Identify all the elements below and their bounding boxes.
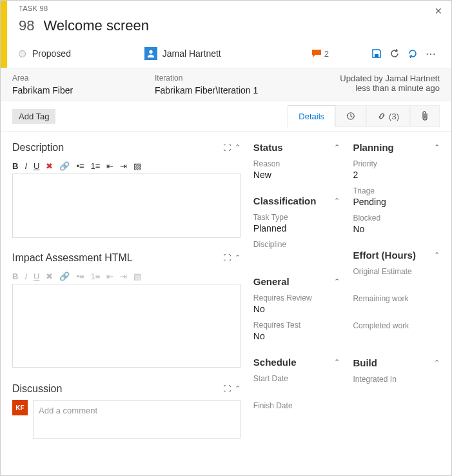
classification-heading: Classification bbox=[253, 195, 317, 206]
italic-icon: I bbox=[25, 272, 27, 281]
collapse-icon[interactable]: ⌃ bbox=[235, 384, 241, 393]
collapse-icon[interactable]: ⌃ bbox=[434, 359, 440, 367]
collapse-icon[interactable]: ⌃ bbox=[434, 251, 440, 259]
impact-heading: Impact Assessment HTML bbox=[12, 252, 223, 264]
state-dot-icon bbox=[19, 50, 26, 57]
discipline-value[interactable] bbox=[253, 250, 340, 261]
link-icon: 🔗 bbox=[59, 272, 70, 281]
blocked-label: Blocked bbox=[353, 213, 440, 223]
refresh-button[interactable] bbox=[386, 45, 404, 63]
start-date-value[interactable] bbox=[253, 384, 340, 395]
requires-test-label: Requires Test bbox=[253, 321, 340, 330]
reason-label: Reason bbox=[253, 159, 340, 168]
add-tag-button[interactable]: Add Tag bbox=[12, 109, 55, 124]
underline-icon[interactable]: U bbox=[34, 161, 39, 171]
save-button[interactable] bbox=[368, 45, 386, 63]
link-icon[interactable]: 🔗 bbox=[59, 161, 70, 171]
bold-icon[interactable]: B bbox=[12, 161, 18, 171]
svg-rect-1 bbox=[375, 54, 378, 57]
remaining-work-label: Remaining work bbox=[353, 294, 440, 303]
italic-icon[interactable]: I bbox=[25, 161, 27, 171]
bullets-icon: •≡ bbox=[76, 272, 84, 281]
updated-by: Updated by Jamal Hartnett bbox=[297, 74, 440, 83]
numbers-icon[interactable]: 1≡ bbox=[91, 161, 101, 171]
priority-label: Priority bbox=[353, 159, 440, 168]
requires-review-value[interactable]: No bbox=[253, 304, 340, 314]
close-icon[interactable]: ✕ bbox=[435, 6, 442, 16]
task-type-label: TASK 98 bbox=[19, 5, 440, 12]
status-heading: Status bbox=[253, 142, 283, 153]
task-title[interactable]: Welcome screen bbox=[43, 17, 148, 34]
build-heading: Build bbox=[353, 357, 377, 368]
more-actions-button[interactable]: ⋯ bbox=[422, 45, 440, 63]
priority-value[interactable]: 2 bbox=[353, 170, 440, 180]
finish-date-label: Finish Date bbox=[253, 401, 340, 410]
iteration-label: Iteration bbox=[155, 74, 297, 83]
collapse-icon[interactable]: ⌃ bbox=[235, 253, 241, 263]
fullscreen-icon[interactable]: ⛶ bbox=[223, 384, 231, 393]
bullets-icon[interactable]: •≡ bbox=[76, 161, 84, 171]
completed-work-label: Completed work bbox=[353, 321, 440, 330]
description-toolbar: B I U ✖ 🔗 •≡ 1≡ ⇤ ⇥ ▨ bbox=[12, 159, 241, 174]
impact-input[interactable] bbox=[12, 284, 241, 368]
requires-review-label: Requires Review bbox=[253, 293, 340, 302]
underline-icon: U bbox=[34, 272, 39, 281]
completed-work-value[interactable] bbox=[353, 332, 440, 342]
tab-links[interactable]: (3) bbox=[366, 105, 410, 127]
tasktype-value[interactable]: Planned bbox=[253, 223, 340, 233]
requires-test-value[interactable]: No bbox=[253, 331, 340, 341]
collapse-icon[interactable]: ⌃ bbox=[334, 143, 340, 152]
assignee-name: Jamal Hartnett bbox=[162, 48, 221, 59]
integrated-in-label: Integrated In bbox=[353, 375, 440, 384]
collapse-icon[interactable]: ⌃ bbox=[334, 197, 340, 205]
collapse-icon[interactable]: ⌃ bbox=[334, 277, 340, 286]
start-date-label: Start Date bbox=[253, 374, 340, 383]
comment-input[interactable]: Add a comment bbox=[33, 400, 241, 439]
accent-bar bbox=[1, 1, 7, 68]
outdent-icon: ⇤ bbox=[106, 272, 113, 281]
general-heading: General bbox=[253, 276, 290, 287]
indent-icon: ⇥ bbox=[120, 272, 127, 281]
triage-label: Triage bbox=[353, 186, 440, 195]
numbers-icon: 1≡ bbox=[91, 272, 101, 281]
discipline-label: Discipline bbox=[253, 240, 340, 249]
user-avatar: KF bbox=[12, 400, 28, 415]
clear-format-icon: ✖ bbox=[46, 272, 53, 281]
tab-history[interactable] bbox=[335, 105, 366, 127]
assignee-field[interactable]: Jamal Hartnett bbox=[144, 47, 221, 60]
image-icon: ▨ bbox=[133, 272, 141, 281]
comments-count: 2 bbox=[324, 49, 329, 59]
original-estimate-label: Original Estimate bbox=[353, 267, 440, 276]
effort-heading: Effort (Hours) bbox=[353, 250, 416, 261]
original-estimate-value[interactable] bbox=[353, 277, 440, 288]
task-id: 98 bbox=[19, 17, 34, 34]
comments-indicator[interactable]: 2 bbox=[311, 49, 329, 59]
state-text[interactable]: Proposed bbox=[32, 48, 71, 59]
image-icon[interactable]: ▨ bbox=[133, 161, 141, 171]
description-heading: Description bbox=[12, 142, 223, 154]
outdent-icon[interactable]: ⇤ bbox=[106, 161, 113, 171]
remaining-work-value[interactable] bbox=[353, 304, 440, 315]
undo-button[interactable] bbox=[404, 45, 422, 63]
description-input[interactable] bbox=[12, 174, 241, 238]
tab-attachments[interactable] bbox=[410, 105, 440, 127]
blocked-value[interactable]: No bbox=[353, 224, 440, 234]
area-value[interactable]: Fabrikam Fiber bbox=[12, 85, 155, 95]
fullscreen-icon[interactable]: ⛶ bbox=[223, 253, 231, 263]
impact-toolbar: B I U ✖ 🔗 •≡ 1≡ ⇤ ⇥ ▨ bbox=[12, 269, 241, 284]
tab-details[interactable]: Details bbox=[288, 105, 335, 128]
triage-value[interactable]: Pending bbox=[353, 197, 440, 207]
planning-heading: Planning bbox=[353, 142, 393, 153]
updated-when: less than a minute ago bbox=[297, 83, 440, 93]
collapse-icon[interactable]: ⌃ bbox=[334, 358, 340, 366]
tab-links-count: (3) bbox=[389, 112, 399, 121]
iteration-value[interactable]: Fabrikam Fiber\Iteration 1 bbox=[155, 85, 297, 95]
collapse-icon[interactable]: ⌃ bbox=[434, 143, 440, 152]
collapse-icon[interactable]: ⌃ bbox=[235, 143, 241, 152]
reason-value[interactable]: New bbox=[253, 170, 340, 180]
indent-icon[interactable]: ⇥ bbox=[120, 161, 127, 171]
schedule-heading: Schedule bbox=[253, 357, 297, 368]
area-label: Area bbox=[12, 74, 155, 83]
fullscreen-icon[interactable]: ⛶ bbox=[223, 143, 231, 152]
clear-format-icon[interactable]: ✖ bbox=[46, 161, 53, 171]
